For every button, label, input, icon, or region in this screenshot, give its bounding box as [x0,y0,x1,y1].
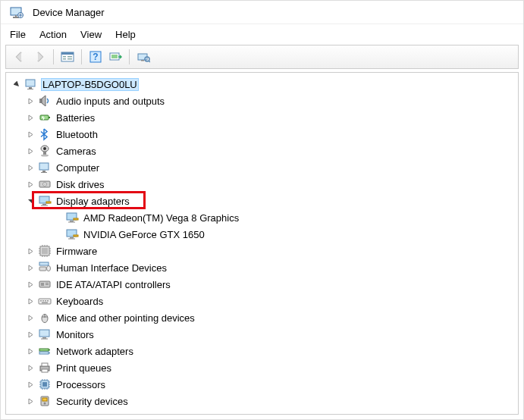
tree-node-label: Audio inputs and outputs [55,95,166,108]
expand-arrow-icon[interactable] [24,328,36,340]
expand-arrow-icon[interactable] [24,362,36,374]
tree-node-bluetooth[interactable]: Bluetooth [6,126,518,143]
expand-arrow-icon[interactable] [24,278,36,290]
tree-node-mice[interactable]: Mice and other pointing devices [6,309,518,326]
scan-button[interactable] [106,49,124,65]
svg-rect-49 [39,262,49,265]
display-adapter-icon [65,211,79,224]
menu-file[interactable]: File [10,29,26,40]
tree-node-label: Firmware [55,245,99,258]
tree-leaf-display-adapter[interactable]: NVIDIA GeForce GTX 1650 [6,226,518,243]
tree-node-label: Monitors [55,328,96,341]
expand-arrow-icon[interactable] [24,161,36,174]
svg-rect-22 [49,117,50,118]
menu-action[interactable]: Action [39,29,67,40]
computer-icon [38,161,52,174]
tree-node-security[interactable]: Security devices [6,393,518,409]
tree-node-cameras[interactable]: Cameras [6,143,518,159]
expand-arrow-icon[interactable] [24,262,36,274]
svg-rect-28 [42,171,45,172]
tree-node-label: Network adapters [55,345,135,358]
expand-arrow-icon[interactable] [24,95,36,107]
root-node[interactable]: LAPTOP-B5DGO0LU [6,76,518,92]
window-title: Device Manager [33,7,105,18]
tree-node-disk[interactable]: Disk drives [6,176,518,193]
svg-rect-58 [47,300,49,302]
menu-help[interactable]: Help [115,29,136,40]
svg-rect-15 [141,60,144,61]
collapse-arrow-icon[interactable] [24,195,36,207]
svg-rect-71 [42,363,48,366]
svg-rect-65 [41,339,48,340]
show-hidden-button[interactable] [134,49,152,65]
svg-point-32 [44,183,45,185]
tree-node-label: Disk drives [55,178,106,191]
svg-rect-5 [61,52,74,55]
svg-rect-46 [42,248,48,254]
tree-node-label: Display adapters [55,195,131,208]
svg-rect-6 [63,56,66,58]
tree-leaf-label: NVIDIA GeForce GTX 1650 [82,228,206,241]
tree-leaf-display-adapter[interactable]: AMD Radeon(TM) Vega 8 Graphics [6,209,518,226]
tree-node-firmware[interactable]: Firmware [6,243,518,259]
expand-arrow-icon[interactable] [11,78,23,90]
help-button[interactable]: ? [86,49,105,65]
expand-arrow-icon[interactable] [24,345,36,357]
tree-node-monitors[interactable]: Monitors [6,326,518,343]
tree-node-batteries[interactable]: Batteries [6,109,518,126]
svg-rect-29 [41,172,47,173]
svg-rect-9 [67,58,72,60]
root-label: LAPTOP-B5DGO0LU [41,78,139,91]
svg-rect-67 [39,352,49,354]
tree-node-label: Security devices [55,395,130,408]
tree-node-keyboards[interactable]: Keyboards [6,293,518,309]
tree-node-audio[interactable]: Audio inputs and outputs [6,92,518,109]
svg-rect-47 [39,267,46,271]
svg-point-24 [43,147,46,150]
tree-node-network[interactable]: Network adapters [6,343,518,359]
firmware-icon [38,244,52,258]
svg-rect-8 [67,56,72,58]
tree-node-label: Computer [55,161,101,174]
expand-arrow-icon[interactable] [24,395,36,407]
expand-arrow-icon[interactable] [24,378,36,390]
mice-icon [38,311,52,324]
tree-node-processors[interactable]: Processors [6,376,518,393]
menu-view[interactable]: View [80,29,102,40]
tree-node-label: Print queues [55,362,113,375]
network-icon [38,344,52,358]
expand-arrow-icon[interactable] [24,312,36,324]
back-button[interactable] [11,49,29,65]
tree-node-display[interactable]: Display adapters [6,193,518,209]
svg-rect-2 [15,15,17,17]
expand-arrow-icon[interactable] [24,178,36,190]
tree-node-label: Keyboards [55,295,105,308]
tree-node-computer[interactable]: Computer [6,159,518,176]
svg-rect-59 [42,302,48,304]
tree-node-print[interactable]: Print queues [6,359,518,376]
svg-point-48 [47,266,51,271]
svg-rect-42 [70,237,74,239]
svg-rect-35 [41,205,48,206]
print-icon [38,361,52,375]
forward-button[interactable] [30,49,49,65]
properties-button[interactable] [58,49,77,65]
expand-arrow-icon[interactable] [24,111,36,124]
tree-node-label: Bluetooth [55,128,99,141]
svg-text:?: ? [93,52,98,62]
svg-rect-53 [45,284,49,285]
expand-arrow-icon[interactable] [24,295,36,307]
expand-arrow-icon[interactable] [24,145,36,157]
tree-pane[interactable]: LAPTOP-B5DGO0LU Audio inputs and outputs… [5,72,519,415]
tree-node-ide[interactable]: IDE ATA/ATAPI controllers [6,276,518,293]
expand-arrow-icon[interactable] [24,245,36,257]
expand-arrow-icon[interactable] [24,128,36,140]
disk-icon [38,177,52,191]
svg-rect-74 [42,382,47,387]
tree-node-hid[interactable]: Human Interface Devices [6,259,518,276]
toolbar-separator [53,49,54,64]
menubar: File Action View Help [1,24,523,45]
hid-icon [38,261,52,274]
display-icon [38,194,52,208]
svg-point-68 [49,349,50,351]
